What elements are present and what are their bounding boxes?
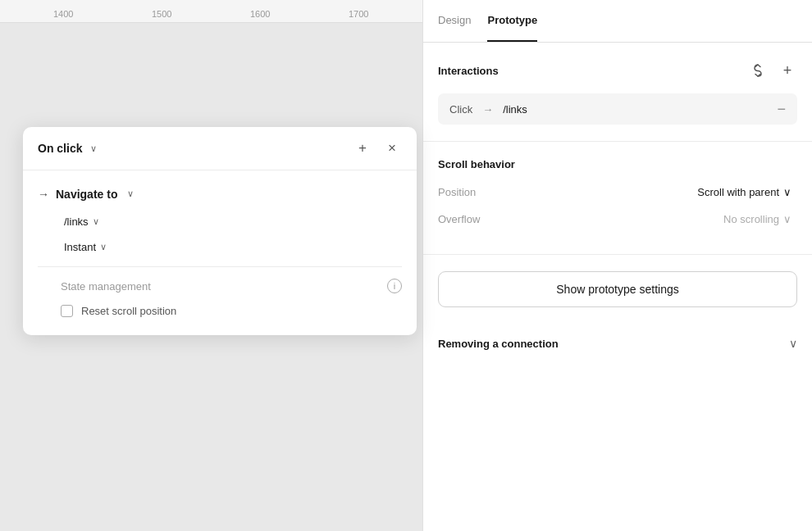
popup-card: On click ∨ + × → Navigate to ∨ — [23, 127, 417, 335]
popup-header-left: On click ∨ — [38, 142, 100, 156]
info-text: i — [394, 281, 395, 291]
popup-close-button[interactable]: × — [382, 138, 402, 158]
ruler: 1400 1500 1600 1700 — [0, 0, 422, 23]
tab-prototype[interactable]: Prototype — [487, 0, 537, 42]
navigate-label: Navigate to — [56, 188, 117, 201]
ruler-tick-1500: 1500 — [152, 9, 171, 19]
state-mgmt-row: State management i — [61, 279, 402, 293]
reset-scroll-row: Reset scroll position — [61, 305, 402, 317]
instant-value[interactable]: Instant ∨ — [61, 239, 110, 255]
overflow-chevron-icon: ∨ — [783, 213, 791, 225]
popup-body: → Navigate to ∨ /links ∨ Instant ∨ — [23, 170, 417, 335]
interactions-add-icon: + — [783, 63, 792, 78]
ruler-tick-1400: 1400 — [53, 9, 73, 19]
position-label: Position — [438, 186, 476, 198]
reset-scroll-checkbox[interactable] — [61, 305, 73, 317]
interaction-trigger: Click — [449, 103, 472, 116]
removing-expand-icon: ∨ — [789, 337, 797, 350]
state-mgmt-info-icon[interactable]: i — [387, 279, 402, 293]
show-settings-section: Show prototype settings — [423, 255, 812, 324]
interaction-row: Click → /links − — [438, 93, 797, 125]
show-settings-button[interactable]: Show prototype settings — [438, 271, 797, 307]
right-panel: Design Prototype Interactions + — [422, 0, 812, 531]
tab-design-label: Design — [438, 14, 471, 26]
popup-add-button[interactable]: + — [353, 138, 372, 158]
removing-connection-title: Removing a connection — [438, 338, 559, 350]
links-chevron-icon: ∨ — [93, 216, 99, 227]
removing-section[interactable]: Removing a connection ∨ — [423, 324, 812, 363]
trigger-chevron-icon: ∨ — [90, 143, 97, 154]
interactions-add-button[interactable]: + — [778, 61, 797, 80]
ruler-tick-1700: 1700 — [349, 9, 368, 19]
trigger-dropdown-btn[interactable]: ∨ — [87, 142, 100, 156]
ruler-tick-1600: 1600 — [250, 9, 270, 19]
popup-header-actions: + × — [353, 138, 402, 158]
popup-trigger-label: On click — [38, 142, 82, 155]
tab-design[interactable]: Design — [438, 0, 471, 42]
interactions-header: Interactions + — [438, 59, 797, 82]
scroll-behavior-section: Scroll behavior Position Scroll with par… — [423, 142, 812, 255]
overflow-value[interactable]: No scrolling ∨ — [718, 211, 797, 228]
minus-icon: − — [777, 101, 786, 117]
navigate-dropdown-btn[interactable]: ∨ — [124, 187, 137, 201]
scroll-behavior-title: Scroll behavior — [438, 158, 797, 170]
position-row: Position Scroll with parent ∨ — [438, 184, 797, 201]
state-mgmt-label: State management — [61, 280, 151, 293]
overflow-value-text: No scrolling — [723, 213, 779, 225]
links-text: /links — [64, 216, 89, 228]
links-field-row: /links ∨ — [61, 214, 402, 229]
popup-divider — [38, 266, 402, 267]
interactions-title: Interactions — [438, 65, 499, 77]
interactions-actions: + — [746, 59, 797, 82]
interactions-section: Interactions + Click → /links — [423, 43, 812, 142]
tab-prototype-label: Prototype — [487, 14, 537, 26]
overflow-row: Overflow No scrolling ∨ — [438, 211, 797, 228]
reset-scroll-label: Reset scroll position — [81, 305, 176, 317]
position-value-text: Scroll with parent — [697, 186, 779, 198]
prototype-icon[interactable] — [746, 59, 769, 82]
popup-add-icon: + — [358, 140, 367, 157]
instant-field-row: Instant ∨ — [61, 239, 402, 255]
interaction-arrow-icon: → — [482, 103, 493, 116]
panel-tabs: Design Prototype — [423, 0, 812, 43]
interaction-dest: /links — [503, 103, 527, 116]
prototype-svg-icon — [749, 61, 767, 79]
popup-close-icon: × — [388, 140, 396, 157]
navigate-chevron-icon: ∨ — [127, 188, 134, 199]
popup-header: On click ∨ + × — [23, 127, 417, 170]
instant-chevron-icon: ∨ — [100, 242, 107, 252]
navigate-row: → Navigate to ∨ — [38, 187, 402, 201]
position-chevron-icon: ∨ — [783, 186, 791, 198]
show-settings-label: Show prototype settings — [556, 283, 678, 296]
position-value[interactable]: Scroll with parent ∨ — [691, 184, 797, 201]
canvas-area: 1400 1500 1600 1700 On click ∨ + × — [0, 0, 422, 531]
instant-text: Instant — [64, 241, 96, 253]
navigate-arrow-icon: → — [38, 188, 49, 201]
overflow-label: Overflow — [438, 213, 480, 225]
interaction-left: Click → /links — [449, 103, 527, 116]
links-value[interactable]: /links ∨ — [61, 214, 103, 229]
interaction-remove-button[interactable]: − — [777, 102, 786, 116]
